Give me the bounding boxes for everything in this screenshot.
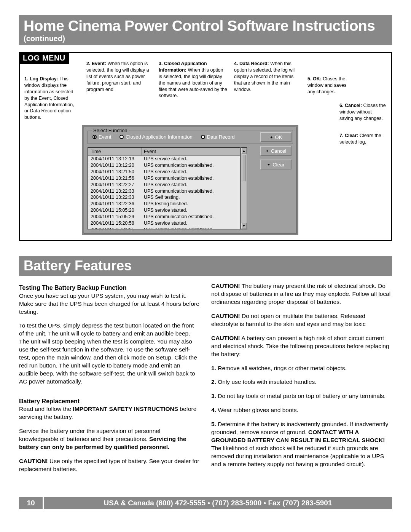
col-header-time: Time: [88, 148, 142, 155]
log-time: 2004/10/11 13:22:36: [88, 201, 142, 207]
para: Once you have set up your UPS system, yo…: [19, 292, 200, 316]
callout-7: 7. Clear: Clears the selected log.: [339, 133, 386, 145]
col-header-event: Event: [142, 148, 240, 155]
log-time: 2004/10/11 15:21:05: [88, 227, 142, 229]
log-time: 2004/10/11 13:22:27: [88, 182, 142, 188]
log-table: Time Event 2004/10/11 13:12:13UPS servic…: [88, 147, 241, 230]
log-menu-tab: LOG MENU: [19, 52, 69, 64]
log-row: 2004/10/11 13:21:50UPS service started.: [88, 169, 240, 175]
radio-event[interactable]: Event: [92, 134, 111, 140]
subheading-testing: Testing The Battery Backup Function: [19, 284, 200, 292]
list-item: 1. Remove all watches, rings or other me…: [211, 364, 392, 372]
radio-dot-icon: [201, 135, 205, 139]
clear-button[interactable]: ✦ Clear: [260, 160, 292, 169]
page-title-continued: (continued): [24, 34, 65, 43]
log-row: 2004/10/11 15:21:05UPS communication est…: [88, 227, 240, 229]
log-time: 2004/10/11 13:12:20: [88, 162, 142, 169]
log-row: 2004/10/11 13:22:36UPS testing finished.: [88, 201, 240, 207]
log-event: UPS testing finished.: [142, 201, 240, 207]
log-event: UPS communication established.: [142, 214, 240, 220]
para: Read and follow the IMPORTANT SAFETY INS…: [19, 405, 200, 421]
log-time: 2004/10/11 15:05:29: [88, 214, 142, 220]
log-time: 2004/10/11 13:21:50: [88, 169, 142, 175]
log-time: 2004/10/11 13:12:13: [88, 156, 142, 162]
ok-button[interactable]: ✦ OK: [260, 132, 292, 142]
page-title: Home Cinema Power Control Software Instr…: [24, 18, 375, 34]
left-column: Testing The Battery Backup Function Once…: [19, 282, 200, 479]
page-footer: 10 USA & Canada (800) 472-5555 • (707) 2…: [19, 497, 392, 509]
log-event: UPS communication established.: [142, 188, 240, 195]
log-event: UPS service started.: [142, 156, 240, 162]
callout-4: 4. Data Record: When this option is sele…: [234, 61, 301, 121]
log-row: 2004/10/11 13:22:27UPS service started.: [88, 182, 240, 188]
list-item: 4. Wear rubber gloves and boots.: [211, 406, 392, 414]
log-event: UPS Self testing.: [142, 194, 240, 201]
log-row: 2004/10/11 15:05:20UPS service started.: [88, 207, 240, 214]
log-row: 2004/10/11 13:12:13UPS service started.: [88, 156, 240, 162]
callouts-top-row: 1. Log Display: This window displays the…: [24, 61, 387, 121]
para: CAUTION! Do not open or mutilate the bat…: [211, 312, 392, 328]
battery-features-heading: Battery Features: [19, 256, 392, 276]
radio-closed-app-info[interactable]: Closed Application Information: [119, 134, 193, 140]
log-event: UPS communication established.: [142, 227, 240, 229]
para: CAUTION! The battery may present the ris…: [211, 282, 392, 306]
log-row: 2004/10/11 13:22:33UPS Self testing.: [88, 194, 240, 201]
log-event: UPS service started.: [142, 207, 240, 214]
cancel-button[interactable]: ✦ Cancel: [260, 146, 292, 156]
log-row: 2004/10/11 15:20:58UPS service started.: [88, 220, 240, 227]
log-time: 2004/10/11 13:22:33: [88, 194, 142, 201]
fieldset-legend: Select Function: [92, 128, 129, 133]
para: CAUTION! A battery can present a high ri…: [211, 334, 392, 358]
callout-2: 2. Event: When this option is selected, …: [86, 61, 152, 121]
para: CAUTION! Use only the specified type of …: [19, 457, 200, 473]
subheading-replacement: Battery Replacement: [19, 397, 200, 406]
log-time: 2004/10/11 13:21:56: [88, 175, 142, 182]
log-window: Select Function Event Closed Application…: [82, 125, 298, 235]
log-event: UPS communication established.: [142, 162, 240, 169]
list-item: 3. Do not lay tools or metal parts on to…: [211, 392, 392, 400]
scroll-down-icon[interactable]: ▼: [241, 223, 247, 229]
log-time: 2004/10/11 13:22:33: [88, 188, 142, 195]
list-item: 2. Only use tools with insulated handles…: [211, 378, 392, 386]
callouts-right: 6. Cancel: Closes the window without sav…: [339, 102, 386, 156]
radio-dot-icon: [92, 135, 97, 139]
right-column: CAUTION! The battery may present the ris…: [211, 282, 392, 479]
page-title-bar: Home Cinema Power Control Software Instr…: [19, 15, 392, 45]
log-row: 2004/10/11 13:22:33UPS communication est…: [88, 188, 240, 195]
radio-dot-icon: [119, 135, 124, 139]
callout-3: 3. Closed Application Information: When …: [159, 61, 227, 121]
log-row: 2004/10/11 15:05:29UPS communication est…: [88, 214, 240, 220]
footer-contact: USA & Canada (800) 472-5555 • (707) 283-…: [44, 497, 392, 509]
log-time: 2004/10/11 15:05:20: [88, 207, 142, 214]
para: Service the battery under the supervisio…: [19, 427, 200, 451]
list-item: 5. Determine if the battery is inadverte…: [211, 420, 392, 468]
button-glyph-icon: ✦: [267, 163, 270, 167]
callout-1: 1. Log Display: This window displays the…: [24, 76, 80, 121]
log-menu-section: LOG MENU 1. Log Display: This window dis…: [19, 52, 392, 241]
log-time: 2004/10/11 15:20:58: [88, 220, 142, 227]
log-row: 2004/10/11 13:21:56UPS communication est…: [88, 175, 240, 182]
log-event: UPS service started.: [142, 169, 240, 175]
log-event: UPS service started.: [142, 220, 240, 227]
radio-data-record[interactable]: Data Record: [201, 134, 235, 140]
scrollbar[interactable]: ▲ ▼: [241, 147, 247, 230]
scroll-up-icon[interactable]: ▲: [241, 148, 247, 154]
button-glyph-icon: ✦: [270, 135, 273, 139]
log-row: 2004/10/11 13:12:20UPS communication est…: [88, 162, 240, 169]
callout-6: 6. Cancel: Closes the window without sav…: [339, 102, 386, 122]
scroll-thumb[interactable]: [242, 155, 246, 181]
log-rows: 2004/10/11 13:12:13UPS service started.2…: [88, 156, 240, 229]
log-event: UPS service started.: [142, 182, 240, 188]
battery-columns: Testing The Battery Backup Function Once…: [19, 282, 392, 479]
document-page: Home Cinema Power Control Software Instr…: [0, 0, 411, 521]
button-glyph-icon: ✦: [266, 149, 269, 153]
log-event: UPS communication established.: [142, 175, 240, 182]
para: To test the UPS, simply depress the test…: [19, 322, 200, 385]
page-number: 10: [19, 497, 43, 509]
